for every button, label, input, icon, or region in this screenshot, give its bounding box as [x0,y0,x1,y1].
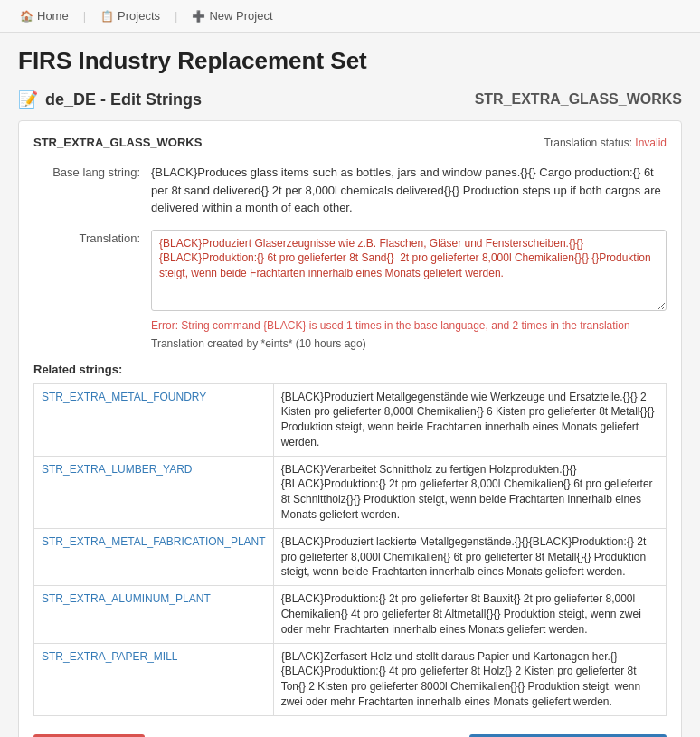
translation-status-value: Invalid [635,137,667,149]
related-string-value: {BLACK}Verarbeitet Schnittholz zu fertig… [273,456,666,528]
string-name: STR_EXTRA_GLASS_WORKS [33,136,202,149]
related-string-key[interactable]: STR_EXTRA_METAL_FABRICATION_PLANT [34,528,274,585]
sub-title: de_DE - Edit Strings [45,90,202,109]
translation-row: Translation: Error: String command {BLAC… [33,230,667,350]
nav-new-project[interactable]: ➕ New Project [183,5,281,26]
translation-label: Translation: [33,230,151,245]
error-message: Error: String command {BLACK} is used 1 … [151,319,667,332]
related-string-key[interactable]: STR_EXTRA_PAPER_MILL [34,643,274,715]
related-strings-table: STR_EXTRA_METAL_FOUNDRY{BLACK}Produziert… [33,383,667,716]
sub-header-left: 📝 de_DE - Edit Strings [18,90,202,109]
table-row: STR_EXTRA_PAPER_MILL{BLACK}Zerfasert Hol… [34,643,667,715]
projects-icon: 📋 [100,10,114,23]
nav-home-label: Home [37,9,69,23]
related-string-key[interactable]: STR_EXTRA_LUMBER_YARD [34,456,274,528]
table-row: STR_EXTRA_LUMBER_YARD{BLACK}Verarbeitet … [34,456,667,528]
string-key-header: STR_EXTRA_GLASS_WORKS [475,91,682,108]
related-string-key[interactable]: STR_EXTRA_ALUMINUM_PLANT [34,586,274,643]
translation-textarea[interactable] [151,230,667,311]
new-project-icon: ➕ [192,10,205,23]
related-strings-title: Related strings: [33,363,667,376]
related-string-value: {BLACK}Produziert Metallgegenstände wie … [273,383,666,456]
base-lang-label: Base lang string: [33,164,151,179]
related-string-value: {BLACK}Produktion:{} 2t pro gelieferter … [273,586,666,643]
base-lang-text: {BLACK}Produces glass items such as bott… [151,164,667,217]
table-row: STR_EXTRA_METAL_FABRICATION_PLANT{BLACK}… [34,528,667,585]
nav-projects-label: Projects [118,9,160,23]
home-icon: 🏠 [20,10,33,23]
table-row: STR_EXTRA_ALUMINUM_PLANT{BLACK}Produktio… [34,586,667,643]
related-string-key[interactable]: STR_EXTRA_METAL_FOUNDRY [34,383,274,456]
main-card: STR_EXTRA_GLASS_WORKS Translation status… [18,120,682,737]
translation-status-label: Translation status: [544,137,635,149]
nav-new-project-label: New Project [209,9,272,23]
table-row: STR_EXTRA_METAL_FOUNDRY{BLACK}Produziert… [34,383,667,456]
sub-header: 📝 de_DE - Edit Strings STR_EXTRA_GLASS_W… [18,90,682,109]
translation-meta: Translation created by *eints* (10 hours… [151,337,667,350]
nav-home[interactable]: 🏠 Home [11,5,78,26]
edit-icon: 📝 [18,90,38,109]
base-lang-content: {BLACK}Produces glass items such as bott… [151,164,667,217]
nav-projects[interactable]: 📋 Projects [91,5,169,26]
related-string-value: {BLACK}Produziert lackierte Metallgegens… [273,528,666,585]
translation-status: Translation status: Invalid [544,137,667,149]
page-title: FIRS Industry Replacement Set [18,47,682,75]
nav-sep-1: | [83,9,86,23]
navbar: 🏠 Home | 📋 Projects | ➕ New Project [0,0,700,33]
base-lang-row: Base lang string: {BLACK}Produces glass … [33,164,667,217]
page-container: FIRS Industry Replacement Set 📝 de_DE - … [0,33,700,737]
translation-content: Error: String command {BLACK} is used 1 … [151,230,667,350]
nav-sep-2: | [175,9,177,23]
string-header: STR_EXTRA_GLASS_WORKS Translation status… [33,136,667,149]
related-string-value: {BLACK}Zerfasert Holz und stellt daraus … [273,643,666,715]
